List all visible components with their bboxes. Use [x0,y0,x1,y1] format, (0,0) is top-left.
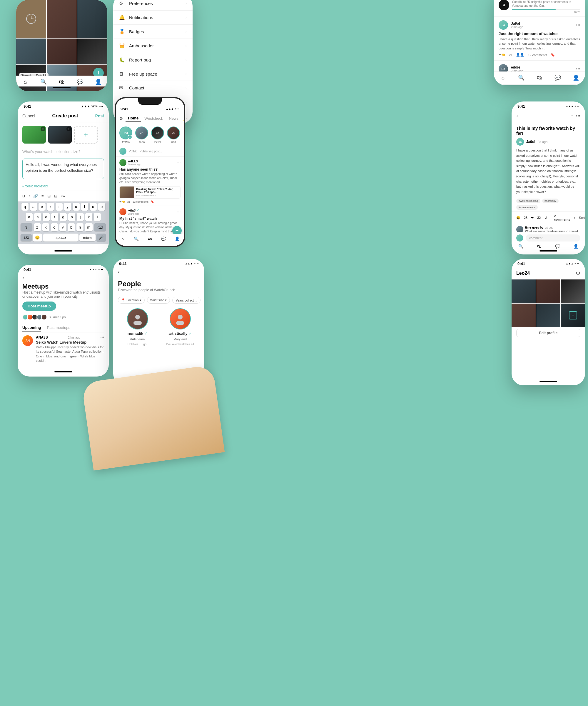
nav-home[interactable]: ⌂ [119,235,126,242]
bookmark-icon[interactable]: 🔖 [551,53,555,57]
host-meetup-button[interactable]: Host meetup [22,302,56,311]
filter-wrist-size[interactable]: Wrist size ▾ [147,297,170,304]
key-g[interactable]: g [60,213,67,221]
bookmark-icon[interactable]: 🔖 [151,200,154,203]
list2-button[interactable]: ⊟ [54,194,57,198]
key-x[interactable]: x [42,223,49,231]
key-a[interactable]: a [30,203,37,210]
italic-button[interactable]: I [29,194,30,198]
key-m[interactable]: m [85,223,93,231]
back-button[interactable]: ‹ [118,269,120,275]
filter-icon[interactable]: ⚙ [119,116,123,121]
link-button[interactable]: 🔗 [33,194,38,198]
like-icon[interactable]: ❤🤜 [119,200,125,203]
list-ordered-button[interactable]: ≡ [41,194,44,198]
key-mic[interactable]: 🎤 [96,234,106,241]
nav-profile[interactable]: 👤 [174,235,181,242]
share-reaction[interactable]: ↺ [544,216,547,220]
filter-years[interactable]: Years collecti... [172,297,201,304]
key-o[interactable]: o [90,203,97,210]
heart-reaction[interactable]: ❤ [531,216,534,220]
key-123[interactable]: 123 [20,234,32,241]
bold-button[interactable]: B [22,194,25,198]
nav-bag[interactable]: 🛍 [58,78,65,85]
tab-wristcheck[interactable]: Wristcheck [142,115,165,122]
add-watch-icon[interactable]: + [569,311,577,319]
post-button[interactable]: Post [95,114,104,118]
key-v[interactable]: v [59,223,67,231]
quote-button[interactable]: «» [61,194,65,198]
nav-profile[interactable]: 👤 [573,74,580,81]
tab-upcoming[interactable]: Upcoming [22,323,41,332]
key-emoji[interactable]: 😊 [33,234,42,241]
list-unordered-button[interactable]: ⊞ [47,194,50,198]
tab-past-meetups[interactable]: Past meetups [47,323,71,332]
key-p[interactable]: p [98,203,105,210]
key-h[interactable]: h [68,213,75,221]
key-return[interactable]: return [79,234,95,241]
key-r[interactable]: r [47,203,54,210]
key-a2[interactable]: a [26,213,33,221]
settings-icon[interactable]: ⚙ [576,270,580,276]
nav-home[interactable]: ⌂ [22,78,29,85]
key-t[interactable]: t [55,203,62,210]
menu-item-notifications[interactable]: 🔔 Notifications › [113,11,193,25]
key-space[interactable]: space [43,234,79,241]
key-i[interactable]: i [81,203,88,210]
edit-profile-button[interactable]: Edit profile [516,329,580,337]
menu-item-free-up-space[interactable]: 🗑 Free up space › [113,67,193,81]
menu-item-report-bug[interactable]: 🐛 Report bug › [113,53,193,67]
key-shift[interactable]: ⇧ [20,223,32,231]
tag-horology[interactable]: #horology [542,199,558,203]
key-z[interactable]: z [34,223,41,231]
story-potmo[interactable]: PM + PotMo [119,126,132,144]
sort-label[interactable]: Sort [579,216,585,220]
menu-item-ambassador[interactable]: 👑 Ambassador › [113,39,193,53]
menu-item-badges[interactable]: 🏅 Badges › [113,25,193,39]
sort-icon[interactable]: ↕ [574,216,576,220]
comment-count[interactable]: 12 comments [528,53,547,57]
remove-image-1[interactable]: × [41,126,45,131]
nav-profile[interactable]: 👤 [95,78,102,85]
add-image-button[interactable]: + [74,126,97,144]
more-icon[interactable]: ••• [576,114,580,118]
key-d[interactable]: d [43,213,50,221]
nav-chat[interactable]: 💬 [160,235,167,242]
nav-chat[interactable]: 💬 [77,78,83,85]
key-u[interactable]: u [73,203,80,210]
nav-bag[interactable]: 🛍 [146,235,154,242]
post-textarea[interactable]: Hello all, I was wondering what everyone… [22,159,104,179]
key-l[interactable]: l [94,213,101,221]
key-b[interactable]: b [68,223,75,231]
story-joan[interactable]: JA JoAn [135,126,148,144]
post-tags[interactable]: #rolex #rolexfix [17,182,109,191]
key-n[interactable]: n [77,223,83,231]
nav-bag[interactable]: 🛍 [536,74,543,81]
notification-bell-icon[interactable]: 🔔 [183,116,184,121]
remove-image-2[interactable]: × [67,126,71,131]
nav-chat[interactable]: 💬 [554,74,561,81]
nav-search[interactable]: 🔍 [133,235,140,242]
comment-count[interactable]: 12 comments [133,200,149,203]
back-button[interactable]: ‹ [516,113,518,119]
cancel-button[interactable]: Cancel [22,114,35,118]
key-delete[interactable]: ⌫ [94,223,106,231]
more-options-icon-2[interactable]: ••• [576,67,580,71]
like-reaction[interactable]: 😄 [516,216,520,220]
tab-news[interactable]: News [166,115,181,122]
nav-search[interactable]: 🔍 [518,74,525,81]
filter-location[interactable]: 📍 Location ▾ [118,297,144,304]
key-k[interactable]: k [85,213,92,221]
tag-watchcollecting[interactable]: #watchcollecting [516,199,540,203]
key-j[interactable]: j [77,213,84,221]
story-exxal[interactable]: EX Exxal [151,126,164,144]
menu-item-preferences[interactable]: ⚙ Preferences › [113,0,193,11]
more-icon[interactable]: ••• [177,161,180,164]
share-icon[interactable]: ↑ [571,114,573,118]
feed-link-card[interactable]: Breaking News: Rolex, Tudor, Patek Phili… [119,186,180,199]
like-icon[interactable]: ❤🤜 [499,53,505,57]
key-c[interactable]: c [51,223,58,231]
nav-search[interactable]: 🔍 [40,78,47,85]
key-e[interactable]: e [39,203,46,210]
nav-home[interactable]: ⌂ [500,74,507,81]
